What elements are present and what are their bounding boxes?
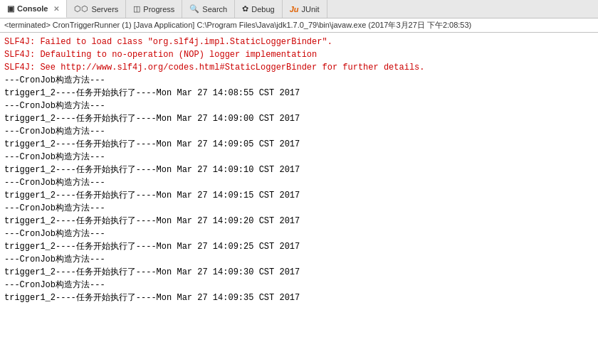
tab-bar: ▣ Console ✕ ⬡⬡ Servers ◫ Progress 🔍 Sear… — [0, 0, 598, 18]
close-icon[interactable]: ✕ — [53, 5, 59, 13]
console-line: ---CronJob构造方法--- — [4, 176, 594, 189]
tab-search-label: Search — [202, 5, 227, 14]
console-line: ---CronJob构造方法--- — [4, 228, 594, 240]
tab-servers[interactable]: ⬡⬡ Servers — [67, 0, 126, 18]
console-line: trigger1_2----任务开始执行了----Mon Mar 27 14:0… — [4, 189, 594, 202]
console-line: ---CronJob构造方法--- — [4, 279, 594, 291]
progress-icon: ◫ — [133, 4, 140, 14]
console-output[interactable]: SLF4J: Failed to load class "org.slf4j.i… — [0, 33, 598, 364]
console-line: trigger1_2----任务开始执行了----Mon Mar 27 14:0… — [4, 266, 594, 279]
console-line: trigger1_2----任务开始执行了----Mon Mar 27 14:0… — [4, 291, 594, 304]
console-line: ---CronJob构造方法--- — [4, 125, 594, 138]
tab-console[interactable]: ▣ Console ✕ — [0, 0, 67, 18]
tab-servers-label: Servers — [91, 5, 118, 14]
console-line: ---CronJob构造方法--- — [4, 100, 594, 112]
console-line: ---CronJob构造方法--- — [4, 253, 594, 266]
status-text: <terminated> CronTriggerRunner (1) [Java… — [4, 20, 471, 31]
console-line: ---CronJob构造方法--- — [4, 151, 594, 164]
search-icon: 🔍 — [189, 4, 199, 14]
tab-junit[interactable]: Ju JUnit — [283, 0, 327, 18]
status-bar: <terminated> CronTriggerRunner (1) [Java… — [0, 18, 598, 33]
console-line: SLF4J: Defaulting to no-operation (NOP) … — [4, 48, 594, 61]
console-line: trigger1_2----任务开始执行了----Mon Mar 27 14:0… — [4, 138, 594, 151]
tab-console-label: Console — [17, 4, 48, 13]
tab-progress[interactable]: ◫ Progress — [126, 0, 182, 18]
tab-debug-label: Debug — [251, 5, 274, 14]
console-icon: ▣ — [7, 4, 14, 14]
tab-search[interactable]: 🔍 Search — [182, 0, 235, 18]
tab-junit-label: JUnit — [301, 5, 319, 14]
console-line: trigger1_2----任务开始执行了----Mon Mar 27 14:0… — [4, 240, 594, 253]
console-line: trigger1_2----任务开始执行了----Mon Mar 27 14:0… — [4, 112, 594, 125]
junit-icon: Ju — [290, 5, 299, 14]
console-line: SLF4J: Failed to load class "org.slf4j.i… — [4, 36, 594, 48]
debug-icon: ✿ — [242, 4, 248, 14]
servers-icon: ⬡⬡ — [74, 4, 88, 14]
console-line: SLF4J: See http://www.slf4j.org/codes.ht… — [4, 61, 594, 74]
console-line: trigger1_2----任务开始执行了----Mon Mar 27 14:0… — [4, 164, 594, 176]
tab-progress-label: Progress — [143, 5, 174, 14]
console-line: ---CronJob构造方法--- — [4, 202, 594, 215]
console-line: trigger1_2----任务开始执行了----Mon Mar 27 14:0… — [4, 87, 594, 100]
console-line: trigger1_2----任务开始执行了----Mon Mar 27 14:0… — [4, 215, 594, 228]
console-line: ---CronJob构造方法--- — [4, 74, 594, 87]
tab-debug[interactable]: ✿ Debug — [235, 0, 282, 18]
